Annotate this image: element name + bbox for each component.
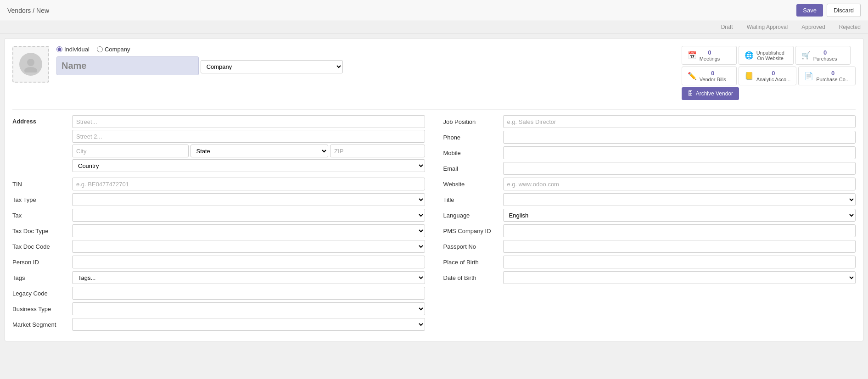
tax-label: Tax xyxy=(12,212,72,219)
job-position-group: Job Position xyxy=(443,115,856,128)
meetings-label: Meetings xyxy=(700,56,720,61)
market-segment-select[interactable] xyxy=(72,318,425,331)
status-rejected[interactable]: Rejected xyxy=(839,24,861,30)
status-draft[interactable]: Draft xyxy=(721,24,733,30)
status-waiting[interactable]: Waiting Approval xyxy=(747,24,788,30)
purchases-count: 0 xyxy=(813,49,837,56)
purchases-label: Purchases xyxy=(813,56,837,61)
vendor-bills-label: Vendor Bills xyxy=(700,77,726,82)
street2-input[interactable] xyxy=(72,130,425,143)
legacy-code-input[interactable] xyxy=(72,287,425,300)
mobile-group: Mobile xyxy=(443,146,856,159)
street-input[interactable] xyxy=(72,115,425,128)
tax-doc-code-select[interactable] xyxy=(72,240,425,253)
individual-label: Individual xyxy=(64,46,90,53)
tax-select[interactable] xyxy=(72,209,425,222)
form-right: Job Position Phone Mobile Email Website xyxy=(443,115,856,334)
tin-label: TIN xyxy=(12,181,72,188)
company-radio-label[interactable]: Company xyxy=(97,46,130,53)
vendor-name-input[interactable] xyxy=(56,56,199,75)
avatar-icon xyxy=(22,56,39,72)
mobile-input[interactable] xyxy=(503,146,856,159)
analytic-count: 0 xyxy=(756,70,791,77)
tin-input[interactable] xyxy=(72,178,425,190)
job-position-input[interactable] xyxy=(503,115,856,128)
type-selector: Individual Company xyxy=(56,46,682,53)
action-buttons: 📅 0 Meetings 🌐 Unpublished On Website 🛒 xyxy=(682,46,856,100)
tax-type-select[interactable] xyxy=(72,193,425,206)
business-type-select[interactable] xyxy=(72,302,425,315)
archive-label: Archive Vendor xyxy=(696,90,733,97)
place-of-birth-input[interactable] xyxy=(503,256,856,268)
website-group: Website xyxy=(443,178,856,190)
tax-doc-type-label: Tax Doc Type xyxy=(12,228,72,234)
website-input[interactable] xyxy=(503,178,856,190)
business-type-group: Business Type xyxy=(12,302,425,315)
website-label: Website xyxy=(443,181,503,188)
email-group: Email xyxy=(443,162,856,175)
company-select[interactable]: Company xyxy=(201,60,343,73)
action-row-2: ✏️ 0 Vendor Bills 📒 0 Analytic Acco... 📄 xyxy=(682,67,856,85)
archive-vendor-button[interactable]: 🗄 Archive Vendor xyxy=(682,87,739,100)
date-of-birth-label: Date of Birth xyxy=(443,274,503,281)
individual-radio-label[interactable]: Individual xyxy=(56,46,90,53)
form-left: Address State Country xyxy=(12,115,425,334)
phone-group: Phone xyxy=(443,131,856,144)
state-select[interactable]: State xyxy=(190,145,329,157)
person-id-label: Person ID xyxy=(12,259,72,266)
zip-input[interactable] xyxy=(330,145,425,157)
edit-icon: ✏️ xyxy=(688,72,697,80)
form-body: Address State Country xyxy=(12,115,856,334)
avatar[interactable] xyxy=(12,46,49,83)
email-input[interactable] xyxy=(503,162,856,175)
tags-group: Tags Tags... xyxy=(12,271,425,284)
place-of-birth-group: Place of Birth xyxy=(443,256,856,268)
breadcrumb-parent[interactable]: Vendors xyxy=(7,7,31,14)
address-label: Address xyxy=(12,115,72,125)
language-label: Language xyxy=(443,212,503,219)
company-label: Company xyxy=(105,46,130,53)
job-position-label: Job Position xyxy=(443,118,503,125)
status-bar: Draft Waiting Approval Approved Rejected xyxy=(0,21,868,33)
purchases-button[interactable]: 🛒 0 Purchases xyxy=(795,46,851,65)
separator xyxy=(12,109,856,110)
tax-doc-type-group: Tax Doc Type xyxy=(12,224,425,237)
calendar-icon: 📅 xyxy=(688,51,697,60)
title-select[interactable] xyxy=(503,193,856,206)
tags-select[interactable]: Tags... xyxy=(72,271,425,284)
language-select[interactable]: English xyxy=(503,209,856,222)
email-label: Email xyxy=(443,165,503,172)
analytic-accounts-button[interactable]: 📒 0 Analytic Acco... xyxy=(739,67,797,85)
tax-doc-type-select[interactable] xyxy=(72,224,425,237)
book-icon: 📒 xyxy=(745,72,754,80)
phone-input[interactable] xyxy=(503,131,856,144)
globe-icon: 🌐 xyxy=(745,51,754,60)
pms-company-id-input[interactable] xyxy=(503,224,856,237)
legacy-code-label: Legacy Code xyxy=(12,290,72,297)
vendor-bills-button[interactable]: ✏️ 0 Vendor Bills xyxy=(682,67,737,85)
passport-no-group: Passport No xyxy=(443,240,856,253)
company-radio[interactable] xyxy=(97,46,103,52)
market-segment-label: Market Segment xyxy=(12,321,72,328)
mobile-label: Mobile xyxy=(443,150,503,156)
person-id-group: Person ID xyxy=(12,256,425,268)
purchase-contracts-button[interactable]: 📄 0 Purchase Co... xyxy=(798,67,856,85)
person-id-input[interactable] xyxy=(72,256,425,268)
legacy-code-group: Legacy Code xyxy=(12,287,425,300)
file-icon: 📄 xyxy=(804,72,813,80)
svg-point-1 xyxy=(24,67,37,72)
pms-company-id-label: PMS Company ID xyxy=(443,228,503,234)
discard-button[interactable]: Discard xyxy=(827,4,861,17)
action-row-1: 📅 0 Meetings 🌐 Unpublished On Website 🛒 xyxy=(682,46,856,65)
date-of-birth-select[interactable] xyxy=(503,271,856,284)
individual-radio[interactable] xyxy=(56,46,62,52)
save-button[interactable]: Save xyxy=(796,4,823,17)
meetings-button[interactable]: 📅 0 Meetings xyxy=(682,46,737,65)
passport-no-input[interactable] xyxy=(503,240,856,253)
tax-group: Tax xyxy=(12,209,425,222)
unpublished-button[interactable]: 🌐 Unpublished On Website xyxy=(739,46,794,65)
city-input[interactable] xyxy=(72,145,189,157)
country-select[interactable]: Country xyxy=(72,159,425,172)
status-approved[interactable]: Approved xyxy=(801,24,825,30)
vendor-bills-count: 0 xyxy=(700,70,726,77)
